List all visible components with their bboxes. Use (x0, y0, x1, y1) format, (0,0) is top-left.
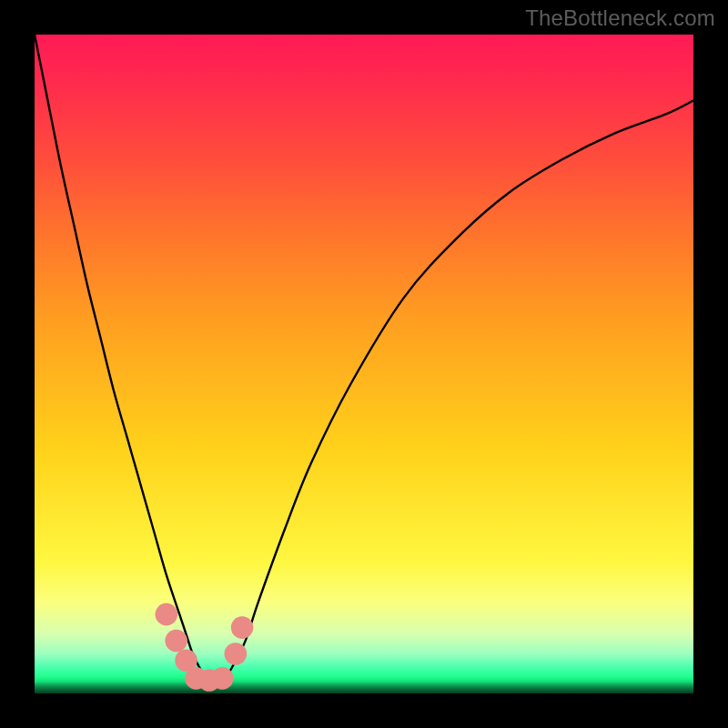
marker-left-1 (155, 603, 177, 626)
attribution-text: TheBottleneck.com (525, 5, 715, 31)
markers-group (155, 603, 253, 692)
marker-right-1 (225, 642, 248, 665)
plot-area (35, 35, 693, 693)
marker-floor-3 (211, 667, 234, 690)
curve-layer (35, 35, 693, 693)
marker-left-2 (165, 630, 187, 652)
chart-frame: TheBottleneck.com (0, 0, 728, 728)
bottleneck-curve (35, 35, 693, 681)
marker-right-2 (231, 616, 254, 639)
bottleneck-curve-path (35, 35, 693, 681)
